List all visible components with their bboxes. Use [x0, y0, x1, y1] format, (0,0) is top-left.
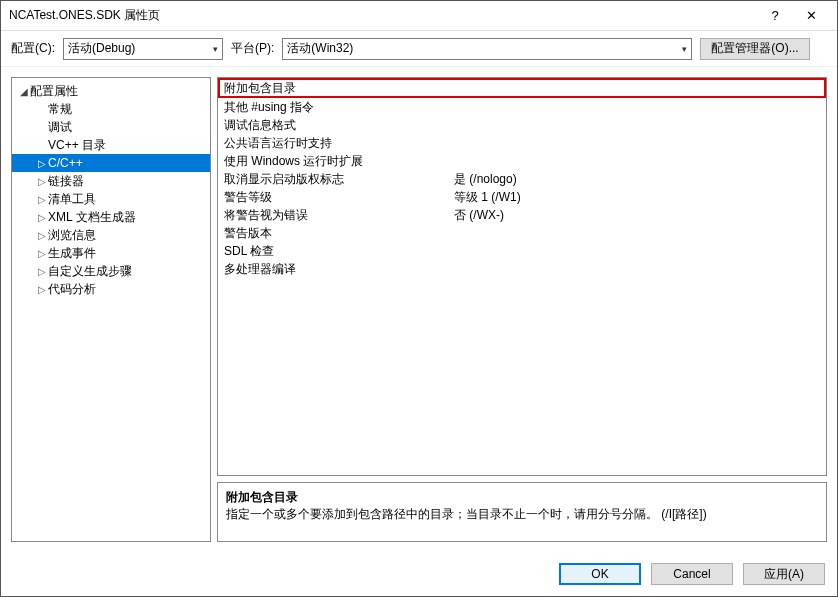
platform-combo[interactable]: 活动(Win32) ▾ [282, 38, 692, 60]
chevron-down-icon: ▾ [213, 44, 218, 54]
config-label: 配置(C): [11, 40, 55, 57]
apply-button[interactable]: 应用(A) [743, 563, 825, 585]
config-value: 活动(Debug) [68, 40, 135, 57]
tree-item-linker[interactable]: 链接器 [12, 172, 210, 190]
close-button[interactable]: ✕ [793, 8, 829, 23]
property-grid[interactable]: 附加包含目录 其他 #using 指令 调试信息格式 公共语言运行时支持 使用 … [217, 77, 827, 476]
tree-root[interactable]: 配置属性 [12, 82, 210, 100]
grid-row[interactable]: 多处理器编译 [218, 260, 826, 278]
platform-label: 平台(P): [231, 40, 274, 57]
titlebar: NCATest.ONES.SDK 属性页 ? ✕ [1, 1, 837, 31]
tree-item-manifest[interactable]: 清单工具 [12, 190, 210, 208]
tree-item-vcdirs[interactable]: VC++ 目录 [12, 136, 210, 154]
toolbar: 配置(C): 活动(Debug) ▾ 平台(P): 活动(Win32) ▾ 配置… [1, 31, 837, 67]
grid-row[interactable]: 取消显示启动版权标志是 (/nologo) [218, 170, 826, 188]
tree-item-ccpp[interactable]: C/C++ [12, 154, 210, 172]
cancel-button[interactable]: Cancel [651, 563, 733, 585]
description-panel: 附加包含目录 指定一个或多个要添加到包含路径中的目录；当目录不止一个时，请用分号… [217, 482, 827, 542]
right-panel: 附加包含目录 其他 #using 指令 调试信息格式 公共语言运行时支持 使用 … [217, 77, 827, 542]
grid-row[interactable]: 使用 Windows 运行时扩展 [218, 152, 826, 170]
grid-row[interactable]: 警告等级等级 1 (/W1) [218, 188, 826, 206]
property-page-dialog: NCATest.ONES.SDK 属性页 ? ✕ 配置(C): 活动(Debug… [0, 0, 838, 597]
grid-row[interactable]: SDL 检查 [218, 242, 826, 260]
tree-item-buildevents[interactable]: 生成事件 [12, 244, 210, 262]
ok-button[interactable]: OK [559, 563, 641, 585]
chevron-down-icon: ▾ [682, 44, 687, 54]
footer: OK Cancel 应用(A) [1, 552, 837, 596]
tree-panel[interactable]: 配置属性 常规 调试 VC++ 目录 C/C++ 链接器 清单工具 XML 文档… [11, 77, 211, 542]
platform-value: 活动(Win32) [287, 40, 353, 57]
grid-row[interactable]: 公共语言运行时支持 [218, 134, 826, 152]
grid-row[interactable]: 其他 #using 指令 [218, 98, 826, 116]
tree-item-general[interactable]: 常规 [12, 100, 210, 118]
body: 配置属性 常规 调试 VC++ 目录 C/C++ 链接器 清单工具 XML 文档… [1, 67, 837, 552]
grid-row[interactable]: 调试信息格式 [218, 116, 826, 134]
config-combo[interactable]: 活动(Debug) ▾ [63, 38, 223, 60]
window-title: NCATest.ONES.SDK 属性页 [9, 7, 757, 24]
tree-item-debug[interactable]: 调试 [12, 118, 210, 136]
tree-item-codeanalysis[interactable]: 代码分析 [12, 280, 210, 298]
description-heading: 附加包含目录 [226, 489, 818, 506]
tree-item-browse[interactable]: 浏览信息 [12, 226, 210, 244]
grid-row-additional-include[interactable]: 附加包含目录 [218, 78, 826, 98]
tree-item-custombuild[interactable]: 自定义生成步骤 [12, 262, 210, 280]
help-button[interactable]: ? [757, 8, 793, 23]
description-text: 指定一个或多个要添加到包含路径中的目录；当目录不止一个时，请用分号分隔。 (/I… [226, 506, 818, 523]
tree-item-xmldoc[interactable]: XML 文档生成器 [12, 208, 210, 226]
config-manager-button[interactable]: 配置管理器(O)... [700, 38, 809, 60]
grid-row[interactable]: 警告版本 [218, 224, 826, 242]
grid-row[interactable]: 将警告视为错误否 (/WX-) [218, 206, 826, 224]
